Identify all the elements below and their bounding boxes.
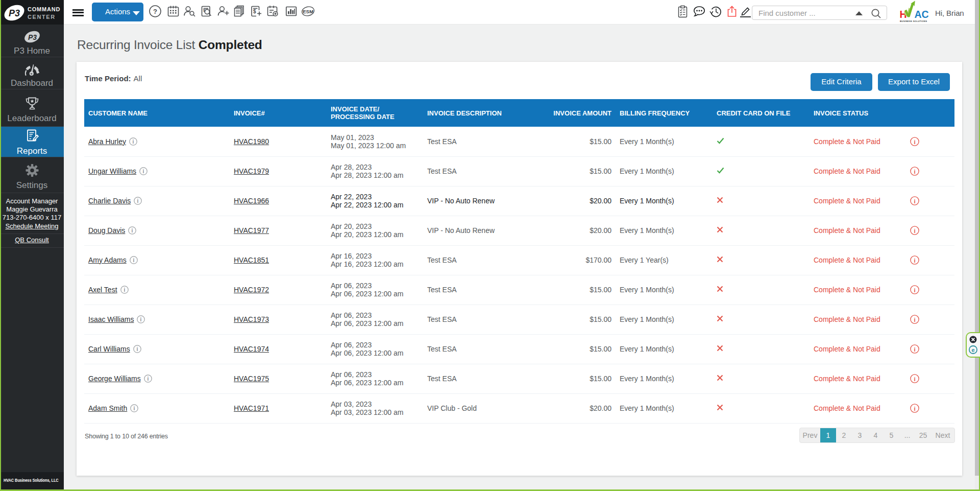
svg-text:i: i xyxy=(136,346,138,352)
svg-text:i: i xyxy=(914,287,915,293)
svg-text:i: i xyxy=(143,169,144,174)
svg-text:i: i xyxy=(914,376,915,382)
svg-text:AC: AC xyxy=(915,9,929,20)
svg-text:i: i xyxy=(137,198,139,204)
svg-text:i: i xyxy=(124,287,125,293)
svg-text:i: i xyxy=(914,346,915,353)
svg-text:?: ? xyxy=(153,8,157,15)
svg-text:COMMAND: COMMAND xyxy=(28,6,60,12)
svg-text:i: i xyxy=(147,376,149,382)
svg-text:i: i xyxy=(134,406,135,411)
svg-text:i: i xyxy=(914,169,915,175)
svg-text:i: i xyxy=(914,138,915,145)
svg-text:i: i xyxy=(133,258,134,263)
svg-text:i: i xyxy=(914,317,915,323)
svg-text:BUSINESS SOLUTIONS: BUSINESS SOLUTIONS xyxy=(900,20,927,22)
svg-text:i: i xyxy=(914,258,915,264)
svg-text:i: i xyxy=(914,406,915,412)
svg-text:e: e xyxy=(971,347,974,353)
svg-text:i: i xyxy=(132,228,133,233)
svg-text:i: i xyxy=(914,228,915,234)
svg-text:P3: P3 xyxy=(28,33,37,41)
svg-text:CENTER: CENTER xyxy=(28,14,56,20)
svg-text:ESM: ESM xyxy=(303,9,313,14)
svg-text:i: i xyxy=(140,317,142,322)
svg-text:P3: P3 xyxy=(9,8,20,18)
svg-text:$: $ xyxy=(253,9,256,14)
svg-text:i: i xyxy=(914,198,915,204)
svg-text:i: i xyxy=(133,139,134,145)
